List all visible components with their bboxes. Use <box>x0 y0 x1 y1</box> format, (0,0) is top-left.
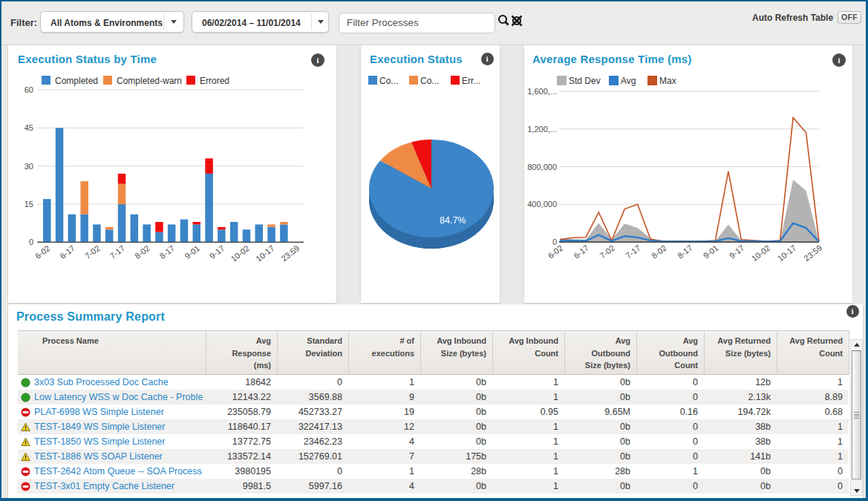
svg-text:Err...: Err... <box>462 76 480 86</box>
svg-text:8-17: 8-17 <box>158 243 177 261</box>
svg-text:Co...: Co... <box>420 76 439 86</box>
svg-text:Errored: Errored <box>200 76 229 86</box>
svg-text:6-02: 6-02 <box>546 243 564 261</box>
svg-text:10-02: 10-02 <box>229 243 252 263</box>
svg-text:84.7%: 84.7% <box>440 215 466 226</box>
svg-text:30: 30 <box>25 162 33 171</box>
svg-text:Max: Max <box>659 76 676 86</box>
svg-text:7-17: 7-17 <box>108 243 126 261</box>
svg-text:7-02: 7-02 <box>598 243 616 261</box>
svg-text:0: 0 <box>29 238 33 246</box>
svg-text:7-02: 7-02 <box>83 243 102 261</box>
svg-text:6-02: 6-02 <box>33 243 52 261</box>
svg-text:Completed: Completed <box>55 76 98 86</box>
svg-text:Completed-warn: Completed-warn <box>117 76 182 86</box>
svg-text:6-17: 6-17 <box>572 243 590 261</box>
svg-text:6-17: 6-17 <box>58 243 76 261</box>
svg-text:Avg: Avg <box>621 76 636 86</box>
svg-text:15: 15 <box>25 200 33 209</box>
svg-text:800,000: 800,000 <box>527 163 557 171</box>
svg-text:60: 60 <box>25 85 33 94</box>
svg-text:Std Dev: Std Dev <box>569 76 601 86</box>
svg-text:8-02: 8-02 <box>133 243 151 261</box>
svg-text:23:59: 23:59 <box>279 243 301 263</box>
svg-text:9-17: 9-17 <box>728 243 746 261</box>
svg-text:10-02: 10-02 <box>750 243 772 263</box>
svg-text:9-01: 9-01 <box>183 243 201 261</box>
svg-text:10-17: 10-17 <box>776 243 798 263</box>
svg-text:45: 45 <box>25 123 33 132</box>
svg-text:7-17: 7-17 <box>624 243 642 261</box>
svg-text:10-17: 10-17 <box>254 243 276 263</box>
svg-text:8-02: 8-02 <box>650 243 668 261</box>
svg-text:Co...: Co... <box>379 76 398 86</box>
svg-text:8-17: 8-17 <box>676 243 694 261</box>
svg-text:1,200,...: 1,200,... <box>527 125 557 134</box>
svg-text:9-17: 9-17 <box>208 243 226 261</box>
svg-text:1,600,...: 1,600,... <box>527 87 557 96</box>
svg-text:9-01: 9-01 <box>702 243 720 261</box>
svg-text:23:59: 23:59 <box>802 243 823 263</box>
svg-text:400,000: 400,000 <box>527 200 557 209</box>
